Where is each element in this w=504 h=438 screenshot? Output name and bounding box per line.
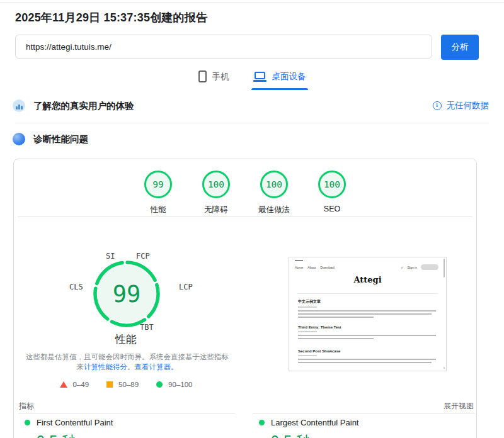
metrics-divider-left [18,413,235,413]
category-seo[interactable]: 100 SEO [312,171,352,215]
legend-good: 90–100 [156,381,192,388]
card-divider [18,216,472,217]
thumb-post-2-title: Third Entry: Theme Test [298,325,436,329]
thumb-post-1-title: 中文示例文章 [298,299,436,305]
thumb-subscribe-pill [421,264,438,270]
accessibility-score-circle: 100 [202,171,230,198]
lcp-value: 0.5 秒 [271,432,358,438]
thumb-logo-dash [295,260,303,261]
calc-score-link[interactable]: 计算性能得分 [84,363,127,371]
analyze-button[interactable]: 分析 [441,35,479,60]
gauge-metric-fcp: FCP [136,252,150,261]
top-divider [0,3,504,3]
phone-icon [198,70,207,82]
gauge-metric-cls: CLS [69,283,83,291]
tab-mobile[interactable]: 手机 [198,70,229,90]
legend-poor-range: 0–49 [73,381,89,388]
lab-section-title: 诊断性能问题 [33,133,88,145]
active-tab-underline [251,88,308,90]
thumb-nav-home: Home [295,266,303,269]
green-circle-icon [156,381,163,388]
lab-report-card: 99 性能 100 无障碍 100 最佳做法 100 SEO 99 SI FCP… [13,159,477,438]
thumb-post-2-date [298,331,317,332]
no-data-label: 无任何数据 [447,100,490,111]
category-accessibility[interactable]: 100 无障碍 [197,171,236,215]
thumb-scrollbar [444,259,445,278]
best-practices-score-label: 最佳做法 [258,205,290,215]
report-title: 2025年11月29日 15:37:35创建的报告 [15,10,207,25]
url-input[interactable] [15,35,432,59]
seo-score-label: SEO [324,205,340,213]
gauge-metric-tbt: TBT [140,323,154,332]
lcp-status-dot [259,420,265,425]
red-triangle-icon [60,381,67,388]
thumb-post-3-title: Second Post Showcase [298,349,436,353]
thumb-navbar: Home About Download ⌕ Sign in [295,264,438,270]
legend-average-range: 50–89 [118,381,139,388]
expand-view-link[interactable]: 展开视图 [444,401,474,412]
metrics-header: 指标 [19,401,34,412]
page-screenshot-thumbnail[interactable]: Home About Download ⌕ Sign in Attegi 中文示… [289,257,447,371]
thumb-nav-about: About [307,266,316,269]
thumb-divider [297,293,438,294]
tab-desktop[interactable]: 桌面设备 [253,70,306,90]
gauge-metric-si: SI [106,252,115,261]
thumb-search-icon: ⌕ [401,266,404,269]
lab-section-header: 诊断性能问题 [13,133,489,145]
legend-average: 50–89 [106,381,139,388]
no-data-link[interactable]: i 无任何数据 [433,100,490,111]
gauge-category-label: 性能 [82,332,170,347]
laptop-icon [253,72,266,82]
fcp-status-dot [25,420,30,425]
thumb-site-title: Attegi [289,275,446,284]
seo-score-circle: 100 [318,171,346,198]
category-performance[interactable]: 99 性能 [139,171,178,215]
metrics-divider-right [253,413,475,413]
diagnose-icon [13,133,25,145]
device-tabs: 手机 桌面设备 [0,70,504,90]
tab-mobile-label: 手机 [212,71,229,82]
real-users-icon [13,99,25,112]
thumb-scrollbar-end [444,367,445,369]
gauge-score-value: 99 [88,256,165,332]
gauge-metric-lcp: LCP [179,283,193,291]
thumb-post-2: Third Entry: Theme Test [298,325,436,341]
performance-score-label: 性能 [151,205,166,215]
lcp-name: Largest Contentful Paint [271,418,358,427]
thumb-post-1: 中文示例文章 [298,299,436,320]
calculator-link[interactable]: 查看计算器。 [135,363,178,371]
thumb-nav-download: Download [320,266,334,269]
performance-score-circle: 99 [144,171,172,198]
thumb-post-3: Second Post Showcase [298,349,436,365]
category-best-practices[interactable]: 100 最佳做法 [255,171,294,215]
accessibility-score-label: 无障碍 [204,205,228,215]
best-practices-score-circle: 100 [260,171,288,198]
field-section-title: 了解您的真实用户的体验 [33,100,134,112]
legend-good-range: 90–100 [168,381,192,388]
category-scores: 99 性能 100 无障碍 100 最佳做法 100 SEO [14,171,476,215]
info-icon: i [433,101,442,110]
orange-square-icon [106,381,113,388]
metric-fcp: First Contentful Paint 0.5 秒 [25,418,113,438]
pagespeed-report: 2025年11月29日 15:37:35创建的报告 分析 手机 桌面设备 了解您… [0,0,504,438]
thumb-post-3-date [298,355,317,356]
section-divider [15,123,489,123]
thumb-post-1-date [298,306,317,308]
field-data-section-header: 了解您的真实用户的体验 i 无任何数据 [13,99,489,112]
fcp-value: 0.5 秒 [37,432,113,438]
score-disclaimer: 这些都是估算值，且可能会因时而异。系统会直接基于这些指标来计算性能得分。查看计算… [23,352,232,372]
disclaimer-separator: 。 [127,363,135,371]
score-legend: 0–49 50–89 90–100 [14,381,238,388]
fcp-name: First Contentful Paint [37,418,113,427]
legend-poor: 0–49 [60,381,89,388]
metric-lcp: Largest Contentful Paint 0.5 秒 [259,418,358,438]
thumb-sign-in: Sign in [408,266,417,269]
tab-desktop-label: 桌面设备 [272,71,306,82]
